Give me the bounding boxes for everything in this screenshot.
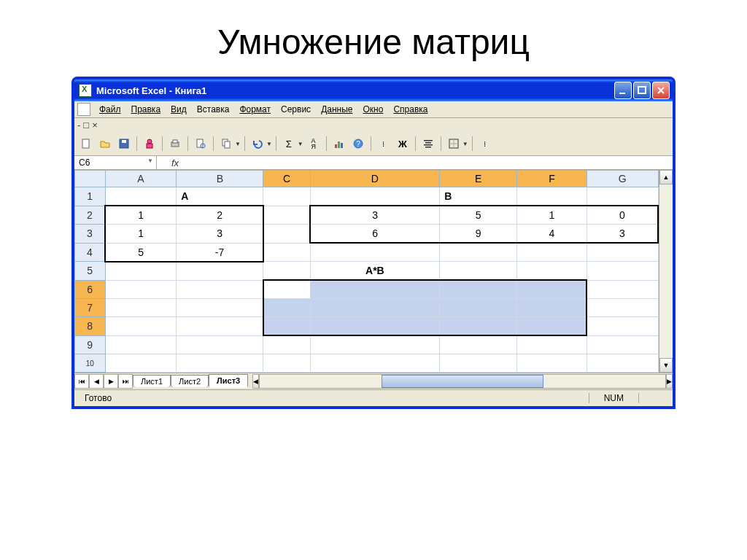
borders-dropdown-icon[interactable]: ▼ (462, 141, 468, 147)
tab-last-icon[interactable]: ⏭ (118, 374, 133, 389)
row-header-7[interactable]: 7 (75, 299, 106, 317)
cell-B4[interactable]: -7 (177, 243, 263, 262)
tab-prev-icon[interactable]: ◀ (89, 374, 104, 389)
name-box[interactable]: C6 (74, 156, 157, 169)
row-header-4[interactable]: 4 (75, 243, 106, 262)
tab-first-icon[interactable]: ⏮ (74, 374, 89, 389)
menu-view[interactable]: Вид (166, 103, 191, 116)
cell-C8[interactable] (263, 317, 310, 336)
chart-wizard-icon[interactable] (330, 135, 348, 152)
cell-D4[interactable] (310, 243, 440, 262)
hscroll-thumb[interactable] (382, 375, 543, 388)
print-preview-icon[interactable] (192, 135, 209, 152)
cell-E6[interactable] (440, 280, 517, 299)
vertical-scrollbar[interactable]: ▲ ▼ (659, 170, 673, 373)
cell-D5[interactable]: A*B (310, 262, 440, 281)
row-header-8[interactable]: 8 (75, 317, 106, 336)
scroll-down-icon[interactable]: ▼ (659, 358, 673, 373)
cell-C3[interactable] (263, 225, 310, 244)
cell-E1[interactable]: B (440, 187, 517, 206)
cell-G5[interactable] (587, 262, 658, 281)
sort-icon[interactable]: АЯ (305, 135, 322, 152)
cell-G1[interactable] (587, 187, 658, 206)
row-header-1[interactable]: 1 (75, 187, 106, 206)
minimize-button[interactable] (614, 82, 632, 99)
cell-B2[interactable]: 2 (177, 206, 263, 225)
undo-icon[interactable] (249, 135, 266, 152)
row-header-2[interactable]: 2 (75, 206, 106, 225)
cell-A3[interactable]: 1 (105, 225, 177, 244)
sheet-tab-1[interactable]: Лист1 (133, 375, 171, 387)
cell-D6[interactable] (310, 280, 440, 299)
menu-file[interactable]: Файл (95, 103, 125, 116)
cell-G3[interactable]: 3 (587, 225, 658, 244)
cell-A5[interactable] (105, 262, 177, 281)
col-header-G[interactable]: G (587, 171, 658, 187)
cell-C6[interactable] (263, 280, 310, 299)
cell-A8[interactable] (105, 317, 177, 336)
cell-C1[interactable] (263, 187, 310, 206)
col-header-B[interactable]: B (177, 171, 263, 187)
cell-D8[interactable] (310, 317, 440, 336)
cell-E4[interactable] (440, 243, 517, 262)
cell-F3[interactable]: 4 (517, 225, 587, 244)
scroll-left-icon[interactable]: ◀ (252, 374, 259, 389)
cell-E8[interactable] (440, 317, 517, 336)
autosum-dropdown-icon[interactable]: ▼ (298, 141, 303, 147)
sheet-tab-2[interactable]: Лист2 (171, 375, 209, 387)
doc-close-icon[interactable]: × (92, 120, 98, 131)
scroll-right-icon[interactable]: ▶ (666, 374, 673, 389)
cell-C2[interactable] (263, 206, 310, 225)
row-header-3[interactable]: 3 (75, 225, 106, 244)
toolbar-options-icon[interactable]: ⁞ (375, 135, 392, 152)
doc-maximize-icon[interactable]: □ (83, 120, 89, 131)
cell-C5[interactable] (263, 262, 310, 281)
cell-E3[interactable]: 9 (440, 225, 517, 244)
cell-F4[interactable] (517, 243, 587, 262)
spreadsheet[interactable]: A B C D E F G 1 A B (74, 170, 659, 373)
menu-edit[interactable]: Правка (127, 103, 166, 116)
save-icon[interactable] (115, 135, 133, 152)
cell-B8[interactable] (177, 317, 263, 336)
cell-B5[interactable] (177, 262, 263, 281)
close-button[interactable] (652, 82, 670, 99)
cell-D7[interactable] (310, 299, 440, 317)
cell-A2[interactable]: 1 (105, 206, 177, 225)
horizontal-scrollbar[interactable]: ◀ ▶ (252, 374, 673, 389)
row-header-9[interactable]: 9 (75, 335, 106, 354)
select-all-corner[interactable] (75, 171, 106, 187)
maximize-button[interactable] (633, 82, 651, 99)
cell-G4[interactable] (587, 243, 658, 262)
formula-input[interactable] (193, 161, 673, 164)
menu-format[interactable]: Формат (235, 103, 275, 116)
fx-icon[interactable]: fx (157, 158, 193, 168)
cell-F8[interactable] (517, 317, 587, 336)
new-file-icon[interactable] (77, 135, 95, 152)
cell-F6[interactable] (517, 280, 587, 299)
cell-F5[interactable] (517, 262, 587, 281)
cell-E2[interactable]: 5 (440, 206, 517, 225)
align-center-icon[interactable] (419, 135, 437, 152)
cell-A6[interactable] (105, 280, 177, 299)
cell-C7[interactable] (263, 299, 310, 317)
menu-help[interactable]: Справка (389, 103, 432, 116)
cell-G7[interactable] (587, 299, 658, 317)
cell-B6[interactable] (177, 280, 263, 299)
menu-insert[interactable]: Вставка (193, 103, 234, 116)
undo-dropdown-icon[interactable]: ▼ (266, 141, 272, 147)
sheet-tab-3[interactable]: Лист3 (209, 374, 248, 388)
permission-icon[interactable] (141, 135, 158, 152)
paste-dropdown-icon[interactable]: ▼ (235, 141, 241, 147)
scroll-up-icon[interactable]: ▲ (659, 170, 673, 184)
col-header-A[interactable]: A (105, 171, 177, 187)
cell-D3[interactable]: 6 (310, 225, 440, 244)
cell-E5[interactable] (440, 262, 517, 281)
col-header-E[interactable]: E (440, 171, 517, 187)
bold-button[interactable]: Ж (394, 135, 411, 152)
cell-D2[interactable]: 3 (310, 206, 440, 225)
borders-icon[interactable] (445, 135, 462, 152)
cell-B7[interactable] (177, 299, 263, 317)
tab-next-icon[interactable]: ▶ (104, 374, 118, 389)
cell-A9[interactable] (105, 335, 177, 354)
cell-F1[interactable] (517, 187, 587, 206)
